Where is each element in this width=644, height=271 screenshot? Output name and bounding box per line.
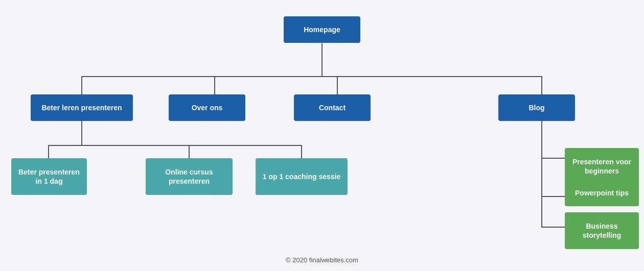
coaching-node: 1 op 1 coaching sessie <box>256 158 348 195</box>
blog-node: Blog <box>498 94 575 121</box>
over-ons-node: Over ons <box>169 94 245 121</box>
site-map-diagram: Homepage Beter leren presenteren Over on… <box>0 0 644 255</box>
contact-node: Contact <box>294 94 371 121</box>
storytelling-node: Business storytelling <box>565 212 639 249</box>
homepage-node: Homepage <box>284 16 360 43</box>
footer-text: © 2020 finalwebites.com <box>286 256 358 264</box>
beter-leren-node: Beter leren presenteren <box>31 94 133 121</box>
online-cursus-node: Online cursus presenteren <box>146 158 233 195</box>
powerpoint-node: Powerpoint tips <box>565 180 639 206</box>
beter-presenteren-node: Beter presenteren in 1 dag <box>11 158 87 195</box>
